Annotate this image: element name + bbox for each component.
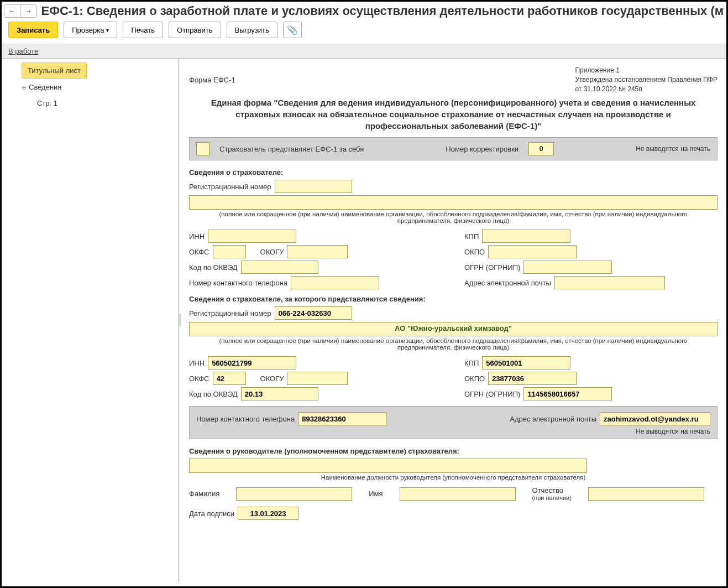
rep-email-field[interactable] [600, 412, 710, 425]
chief-patronymic-field[interactable] [588, 487, 704, 501]
insurer-okfs-field[interactable] [213, 245, 246, 258]
insurer-okpo-label: ОКПО [464, 248, 485, 256]
rep-phone-field[interactable] [298, 412, 386, 425]
status-link[interactable]: В работе [8, 47, 38, 55]
rep-ogrn-field[interactable] [523, 387, 612, 400]
print-button[interactable]: Печать [123, 22, 163, 38]
insurer-regnum-field[interactable] [275, 180, 352, 193]
document-title: ЕФС-1: Сведения о заработной плате и усл… [41, 4, 724, 18]
rep-okogu-field[interactable] [287, 372, 348, 385]
insurer-okpo-field[interactable] [488, 245, 577, 258]
rep-okpo-field[interactable] [488, 372, 577, 385]
send-button[interactable]: Отправить [169, 22, 221, 38]
insurer-name-helper: (полное или сокращенное (при наличии) на… [200, 211, 706, 224]
rep-regnum-label: Регистрационный номер [189, 309, 271, 318]
insurer-email-label: Адрес электронной почты [464, 279, 551, 287]
rep-okfs-field[interactable] [213, 372, 246, 385]
insurer-okogu-label: ОКОГУ [260, 248, 284, 256]
represented-section-head: Сведения о страхователе, за которого пре… [189, 295, 717, 303]
noprint-note1: Не выводятся на печать [636, 145, 710, 153]
rep-phone-label: Номер контактного телефона [196, 415, 295, 423]
insurer-inn-field[interactable] [208, 230, 296, 243]
insurer-okogu-field[interactable] [287, 245, 348, 258]
rep-name-helper: (полное или сокращенное (при наличии) на… [200, 337, 706, 351]
insurer-name-field[interactable] [189, 195, 717, 210]
insurer-okfs-label: ОКФС [189, 248, 210, 256]
chief-firstname-label: Имя [369, 490, 383, 498]
self-submit-label: Страхователь представляет ЕФС-1 за себя [219, 145, 364, 153]
chief-position-helper: Наименование должности руководителя (упо… [200, 474, 706, 481]
approval-line2: Утверждена постановлением Правления ПФР [575, 75, 717, 85]
form-main-title: Единая форма "Сведения для ведения индив… [206, 97, 701, 132]
sign-date-label: Дата подписи [189, 509, 234, 518]
insurer-ogrn-field[interactable] [523, 261, 612, 274]
insurer-ogrn-label: ОГРН (ОГРНИП) [464, 263, 520, 272]
save-button[interactable]: Записать [8, 22, 58, 38]
insurer-regnum-label: Регистрационный номер [189, 183, 271, 191]
insurer-phone-label: Номер контактного телефона [189, 279, 287, 287]
insurer-kpp-label: КПП [464, 232, 479, 241]
correction-number-field[interactable]: 0 [528, 142, 554, 155]
self-submit-checkbox[interactable] [196, 142, 210, 155]
approval-line1: Приложение 1 [575, 66, 717, 75]
chief-section-head: Сведения о руководителе (уполномоченном … [189, 447, 717, 455]
insurer-section-head: Сведения о страхователе: [189, 168, 717, 176]
insurer-kpp-field[interactable] [482, 230, 570, 243]
chief-patronymic-label: Отчество [532, 486, 564, 495]
self-submit-box: Страхователь представляет ЕФС-1 за себя … [189, 137, 717, 160]
insurer-phone-field[interactable] [291, 276, 379, 289]
chief-firstname-field[interactable] [400, 487, 516, 501]
check-button[interactable]: Проверка ▾ [64, 22, 117, 38]
sidebar-item-page1[interactable]: Стр. 1 [32, 96, 175, 111]
sidebar-item-data[interactable]: Сведения [16, 80, 175, 95]
correction-label: Номер корректировки [446, 145, 518, 153]
rep-kpp-field[interactable] [482, 356, 570, 370]
sign-date-field[interactable] [238, 507, 298, 520]
sidebar-splitter[interactable] [179, 59, 180, 581]
sidebar-item-titlepage[interactable]: Титульный лист [22, 63, 87, 79]
chief-lastname-field[interactable] [236, 487, 352, 501]
export-button[interactable]: Выгрузить [227, 22, 277, 38]
check-button-label: Проверка [72, 26, 104, 34]
rep-email-label: Адрес электронной почты [510, 415, 596, 423]
nav-back-button[interactable]: ← [4, 4, 20, 18]
rep-inn-label: ИНН [189, 359, 205, 367]
insurer-okved-field[interactable] [241, 261, 318, 274]
rep-name-field[interactable]: АО "Южно-уральский химзавод" [189, 322, 717, 336]
rep-okpo-label: ОКПО [464, 374, 485, 383]
approval-block: Приложение 1 Утверждена постановлением П… [575, 66, 717, 93]
rep-okogu-label: ОКОГУ [260, 374, 284, 383]
noprint-note2: Не выводятся на печать [196, 428, 710, 435]
rep-okved-label: Код по ОКВЭД [189, 390, 238, 398]
chief-lastname-label: Фамилия [189, 490, 219, 498]
rep-ogrn-label: ОГРН (ОГРНИП) [464, 390, 520, 398]
chief-position-field[interactable] [189, 459, 587, 473]
form-content: Форма ЕФС-1 Приложение 1 Утверждена пост… [180, 59, 726, 581]
sidebar: Титульный лист Сведения Стр. 1 [2, 59, 179, 581]
rep-okved-field[interactable] [241, 387, 318, 400]
nav-forward-button[interactable]: → [20, 4, 37, 18]
rep-kpp-label: КПП [464, 359, 479, 367]
attach-button[interactable]: 📎 [283, 22, 302, 38]
caret-down-icon: ▾ [106, 27, 109, 33]
form-code-label: Форма ЕФС-1 [189, 66, 235, 93]
paperclip-icon: 📎 [287, 25, 298, 35]
chief-patronymic-note: (при наличии) [532, 495, 572, 501]
insurer-inn-label: ИНН [189, 232, 205, 241]
insurer-okved-label: Код по ОКВЭД [189, 263, 238, 272]
rep-regnum-field[interactable] [275, 306, 352, 320]
rep-inn-field[interactable] [208, 356, 296, 370]
rep-okfs-label: ОКФС [189, 374, 210, 383]
approval-line3: от 31.10.2022 № 245п [575, 85, 717, 94]
insurer-email-field[interactable] [554, 276, 665, 289]
rep-contacts-box: Номер контактного телефона Адрес электро… [189, 406, 717, 439]
